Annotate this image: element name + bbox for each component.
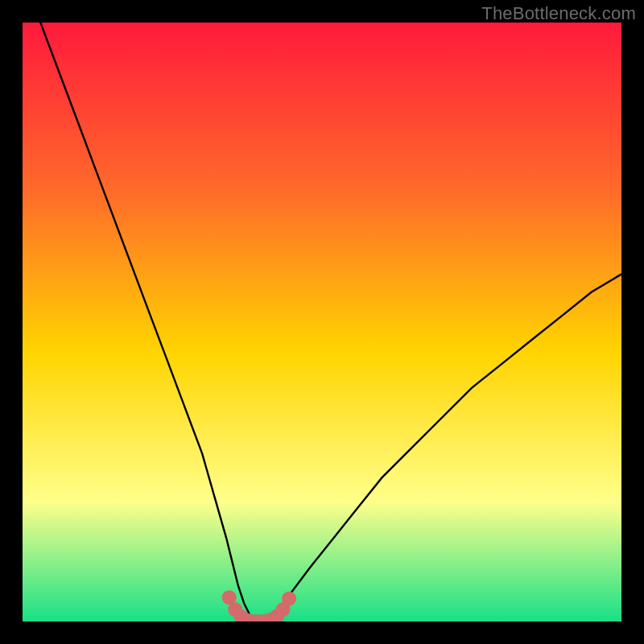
chart-plot-area <box>23 23 621 621</box>
gradient-background <box>23 23 621 621</box>
watermark-text: TheBottleneck.com <box>481 3 636 24</box>
optimal-marker <box>282 592 296 606</box>
outer-frame: TheBottleneck.com <box>0 0 644 644</box>
chart-svg <box>23 23 621 621</box>
